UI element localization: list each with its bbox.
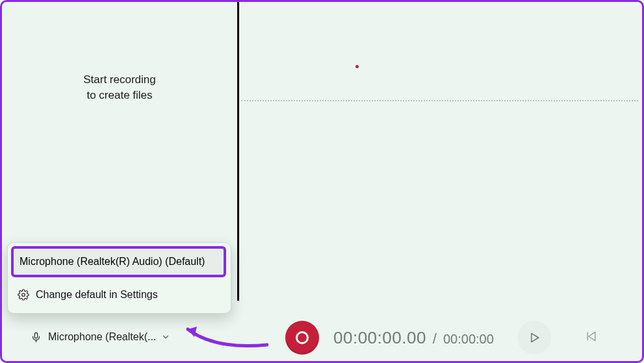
svg-marker-4 xyxy=(589,332,595,340)
total-time: 00:00:00 xyxy=(443,332,494,347)
record-button[interactable] xyxy=(285,321,319,355)
record-icon xyxy=(296,331,309,344)
time-display: 00:00:00.00 / 00:00:00 xyxy=(333,328,494,348)
skip-back-icon xyxy=(585,330,598,345)
mic-selector-dropdown[interactable]: Microphone (Realtek(... xyxy=(27,325,174,349)
skip-back-button[interactable] xyxy=(577,323,606,352)
empty-state-line2: to create files xyxy=(2,88,237,103)
empty-state-line1: Start recording xyxy=(2,72,237,88)
mic-option-default[interactable]: Microphone (Realtek(R) Audio) (Default) xyxy=(11,246,226,277)
mic-selector-label: Microphone (Realtek(... xyxy=(48,331,156,343)
change-default-settings[interactable]: Change default in Settings xyxy=(11,281,226,308)
svg-rect-1 xyxy=(34,332,37,338)
play-button[interactable] xyxy=(517,321,551,355)
gear-icon xyxy=(18,289,29,301)
bottom-bar: Microphone (Realtek(... 00:00:00.00 / 00… xyxy=(2,314,642,361)
change-default-settings-label: Change default in Settings xyxy=(36,289,158,301)
time-separator: / xyxy=(433,331,437,347)
chevron-down-icon xyxy=(161,332,170,342)
svg-marker-3 xyxy=(532,333,539,342)
svg-point-0 xyxy=(22,294,25,297)
mic-option-default-label: Microphone (Realtek(R) Audio) (Default) xyxy=(19,256,205,268)
microphone-icon xyxy=(31,332,42,343)
mic-flyout-menu: Microphone (Realtek(R) Audio) (Default) … xyxy=(7,242,231,314)
playhead-marker xyxy=(355,65,359,68)
timeline-baseline xyxy=(241,100,638,101)
play-icon xyxy=(528,331,541,344)
elapsed-time: 00:00:00.00 xyxy=(333,328,426,348)
waveform-canvas xyxy=(241,2,642,301)
app-window: Start recording to create files Micropho… xyxy=(0,0,644,363)
empty-state: Start recording to create files xyxy=(2,72,237,103)
